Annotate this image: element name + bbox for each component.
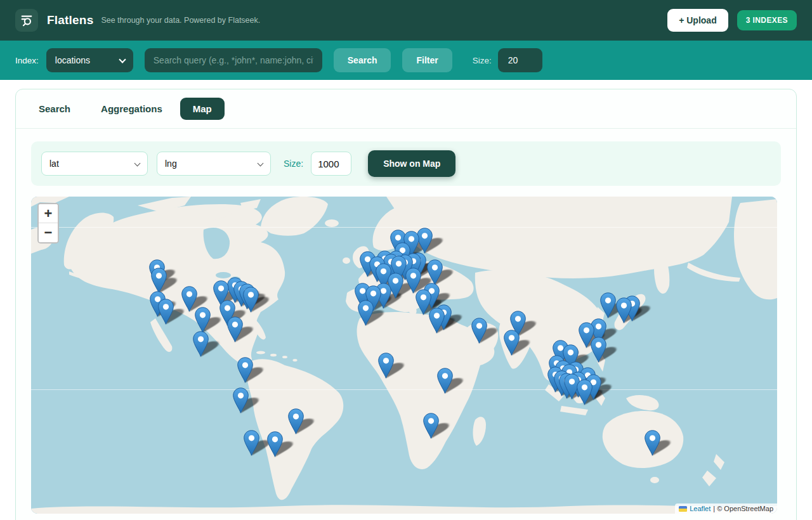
map-controls-panel: lat lng Size: Show on Map bbox=[31, 141, 781, 186]
size-label: Size: bbox=[473, 56, 492, 65]
map-marker[interactable] bbox=[158, 299, 174, 325]
map-marker[interactable] bbox=[358, 300, 374, 326]
chevron-down-icon bbox=[258, 160, 264, 167]
map-marker[interactable] bbox=[243, 287, 259, 313]
leaflet-map[interactable]: + − Leaflet | © OpenStreetMap bbox=[31, 197, 777, 514]
map-marker[interactable] bbox=[616, 297, 632, 323]
map-marker[interactable] bbox=[267, 431, 283, 457]
lat-field-select[interactable]: lat bbox=[41, 152, 148, 176]
filter-button[interactable]: Filter bbox=[402, 48, 452, 72]
map-marker[interactable] bbox=[427, 259, 443, 285]
map-marker[interactable] bbox=[244, 430, 259, 456]
map-marker[interactable] bbox=[577, 379, 593, 405]
app-logo bbox=[15, 9, 38, 32]
map-size-label: Size: bbox=[284, 159, 303, 169]
tab-map[interactable]: Map bbox=[180, 98, 225, 120]
chevron-down-icon bbox=[119, 56, 126, 63]
show-on-map-button[interactable]: Show on Map bbox=[368, 150, 455, 177]
query-bar: Index: locations Search Filter Size: bbox=[0, 41, 812, 80]
index-select-value: locations bbox=[55, 55, 90, 65]
map-marker[interactable] bbox=[151, 268, 167, 294]
marker-layer bbox=[31, 197, 777, 514]
map-marker[interactable] bbox=[227, 316, 243, 342]
app-header: Flatlens See through your data. Powered … bbox=[0, 0, 812, 41]
map-marker[interactable] bbox=[195, 307, 211, 333]
lat-field-value: lat bbox=[49, 159, 59, 169]
map-marker[interactable] bbox=[504, 330, 520, 356]
attribution-text: | © OpenStreetMap bbox=[713, 505, 773, 512]
ukraine-flag-icon bbox=[679, 506, 687, 512]
map-marker[interactable] bbox=[288, 408, 304, 434]
tab-aggregations[interactable]: Aggregations bbox=[88, 98, 175, 120]
map-marker[interactable] bbox=[437, 368, 453, 394]
index-select[interactable]: locations bbox=[46, 48, 133, 72]
map-marker[interactable] bbox=[237, 357, 253, 383]
map-marker[interactable] bbox=[600, 292, 616, 318]
lng-field-select[interactable]: lng bbox=[157, 152, 271, 176]
chevron-down-icon bbox=[134, 160, 141, 167]
search-button[interactable]: Search bbox=[334, 48, 391, 72]
indexes-count-badge[interactable]: 3 INDEXES bbox=[737, 10, 797, 30]
search-lines-icon bbox=[20, 13, 34, 27]
search-query-input[interactable] bbox=[145, 48, 322, 72]
brand-title: Flatlens bbox=[47, 13, 93, 27]
tab-search[interactable]: Search bbox=[26, 98, 83, 120]
map-marker[interactable] bbox=[471, 318, 487, 344]
upload-button[interactable]: + Upload bbox=[667, 9, 728, 32]
map-marker[interactable] bbox=[429, 308, 445, 334]
zoom-out-button[interactable]: − bbox=[39, 223, 58, 242]
map-marker[interactable] bbox=[423, 413, 439, 439]
result-size-input[interactable] bbox=[498, 48, 542, 72]
tab-bar: Search Aggregations Map bbox=[16, 89, 796, 129]
index-label: Index: bbox=[15, 56, 39, 65]
leaflet-link[interactable]: Leaflet bbox=[690, 505, 710, 512]
map-marker[interactable] bbox=[233, 387, 249, 413]
map-marker[interactable] bbox=[645, 430, 660, 456]
brand-tagline: See through your data. Powered by Flatse… bbox=[101, 16, 260, 25]
content-card: Search Aggregations Map lat lng Size: Sh… bbox=[15, 89, 797, 520]
map-marker[interactable] bbox=[193, 331, 209, 357]
map-zoom-control: + − bbox=[37, 203, 59, 244]
map-attribution: Leaflet | © OpenStreetMap bbox=[675, 504, 777, 514]
map-size-input[interactable] bbox=[311, 152, 351, 176]
map-marker[interactable] bbox=[591, 337, 606, 363]
zoom-in-button[interactable]: + bbox=[39, 204, 58, 223]
map-marker[interactable] bbox=[378, 353, 394, 379]
lng-field-value: lng bbox=[165, 159, 177, 169]
